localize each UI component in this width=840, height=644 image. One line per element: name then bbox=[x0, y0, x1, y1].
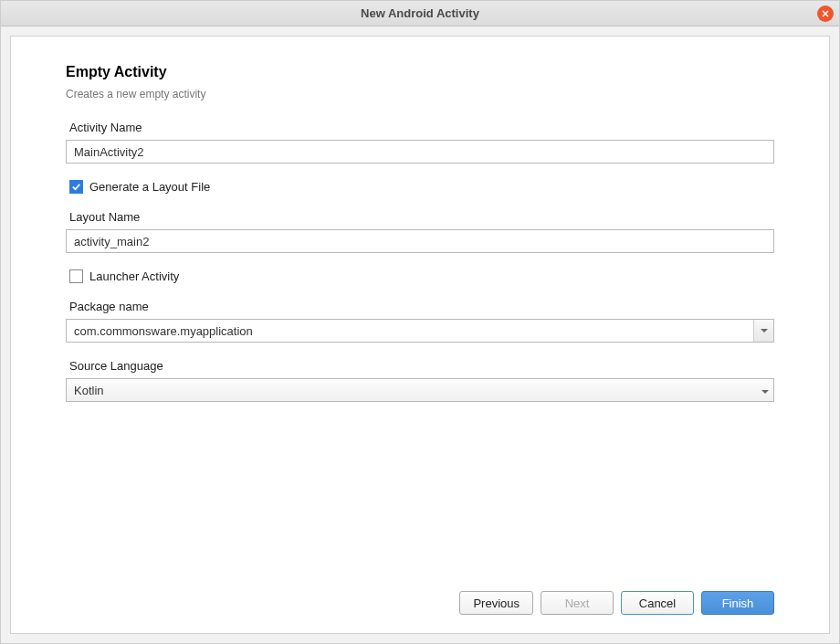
source-language-select[interactable]: Kotlin bbox=[66, 378, 774, 402]
content-wrapper: Empty Activity Creates a new empty activ… bbox=[1, 26, 839, 643]
launcher-checkbox[interactable] bbox=[69, 269, 83, 283]
page-title: Empty Activity bbox=[66, 64, 774, 80]
chevron-down-icon bbox=[761, 329, 768, 333]
page-subtitle: Creates a new empty activity bbox=[66, 88, 774, 100]
generate-layout-label: Generate a Layout File bbox=[89, 180, 210, 194]
finish-button[interactable]: Finish bbox=[701, 591, 774, 615]
source-language-label: Source Language bbox=[69, 359, 774, 373]
activity-name-group: Activity Name bbox=[66, 121, 774, 164]
window-title: New Android Activity bbox=[361, 6, 479, 20]
generate-layout-checkbox[interactable] bbox=[69, 180, 83, 194]
button-bar: Previous Next Cancel Finish bbox=[66, 580, 774, 615]
generate-layout-row[interactable]: Generate a Layout File bbox=[69, 180, 774, 194]
package-name-combo bbox=[66, 319, 774, 343]
activity-name-input[interactable] bbox=[66, 140, 774, 164]
previous-button[interactable]: Previous bbox=[459, 591, 533, 615]
form-area: Empty Activity Creates a new empty activ… bbox=[66, 64, 774, 580]
layout-name-group: Layout Name bbox=[66, 210, 774, 253]
cancel-button[interactable]: Cancel bbox=[621, 591, 694, 615]
layout-name-input[interactable] bbox=[66, 229, 774, 253]
source-language-value: Kotlin bbox=[74, 384, 104, 397]
source-language-group: Source Language Kotlin bbox=[66, 359, 774, 402]
titlebar: New Android Activity bbox=[1, 1, 839, 26]
close-button[interactable] bbox=[817, 5, 834, 22]
layout-name-label: Layout Name bbox=[69, 210, 774, 224]
package-name-dropdown-button[interactable] bbox=[753, 320, 773, 342]
launcher-row[interactable]: Launcher Activity bbox=[69, 269, 774, 283]
launcher-label: Launcher Activity bbox=[89, 269, 179, 283]
activity-name-label: Activity Name bbox=[69, 121, 774, 134]
close-icon bbox=[821, 9, 830, 18]
package-name-group: Package name bbox=[66, 300, 774, 343]
package-name-input[interactable] bbox=[66, 319, 774, 343]
dialog-window: New Android Activity Empty Activity Crea… bbox=[0, 0, 840, 644]
source-language-select-wrapper: Kotlin bbox=[66, 378, 774, 402]
content-panel: Empty Activity Creates a new empty activ… bbox=[10, 36, 830, 634]
package-name-label: Package name bbox=[69, 300, 774, 313]
next-button: Next bbox=[541, 591, 614, 615]
check-icon bbox=[71, 182, 81, 192]
